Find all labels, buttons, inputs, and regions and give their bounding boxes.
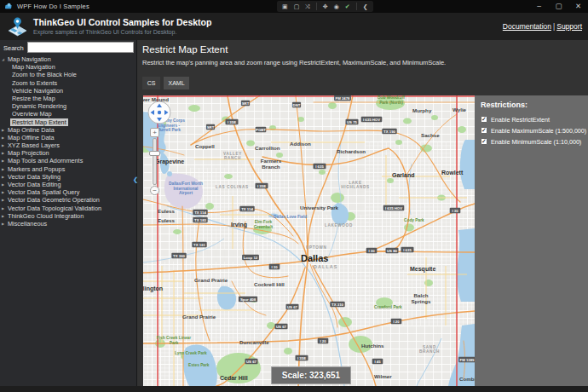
tab-cs[interactable]: CS [142,77,160,89]
sidebar-item[interactable]: ◢Map Navigation [0,55,136,63]
zoom-in-button[interactable]: + [150,128,159,137]
checkbox-checked[interactable]: ✓ [481,127,487,134]
chevron-expanded-icon[interactable]: ◢ [2,55,4,63]
chevron-right-icon[interactable]: ▶ [2,188,4,196]
sidebar-item[interactable]: Zoom to the Black Hole [0,71,136,78]
svg-text:I 635: I 635 [403,248,412,252]
svg-text:US 67: US 67 [246,360,257,364]
chevron-right-icon[interactable]: ▶ [2,220,4,228]
minimize-button[interactable]: – [529,0,549,13]
road-shield: I 30 [450,208,461,213]
checkbox-checked[interactable]: ✓ [481,138,487,145]
maximize-button[interactable]: ▢ [549,0,568,13]
sidebar-item[interactable]: ▶Vector Data Editing [0,181,136,188]
pan-compass-control[interactable] [147,101,171,124]
chevron-right-icon[interactable]: ▶ [2,126,4,134]
road-shield: TX 310 [330,302,344,307]
svg-text:TX 310: TX 310 [331,303,343,307]
window-icon[interactable]: ▢ [294,1,300,12]
sidebar-item[interactable]: ▶Map Tools and Adornments [0,157,136,164]
sidebar-item[interactable]: Vehicle Navigation [0,87,136,95]
sidebar-item[interactable]: ▶Miscellaneous [0,220,136,228]
road-shield: I 20 [318,338,329,343]
chevron-right-icon[interactable]: ▶ [2,165,4,173]
map-label: Estes Park [188,363,210,367]
road-shield: I 635 [314,164,326,169]
sidebar-item[interactable]: Overview Map [0,110,136,118]
screen-icon[interactable]: ▣ [282,1,288,12]
sidebar-item[interactable]: ▶Vector Data Geometric Operation [0,196,136,204]
map-label: Mesquite [410,266,435,273]
road-shield: I 35E [296,355,308,360]
chevron-right-icon[interactable]: ▶ [2,196,4,204]
close-button[interactable]: ✕ [568,0,588,13]
sidebar-item[interactable]: ▶Map Offline Data [0,134,136,141]
sidebar-item-label: Resize the Map [10,95,57,102]
zoom-out-button[interactable]: − [150,186,159,195]
sidebar-item[interactable]: Dynamic Rendering [0,102,136,110]
header-links: Documentation|Support [503,22,582,31]
sidebar-item[interactable]: Zoom to Extents [0,79,136,87]
sidebar-collapse-chevron[interactable]: ❮ [133,176,138,183]
road-shield: FM 2478 [334,95,351,101]
map-label: Lynn Creek Park [175,351,207,355]
checkbox-checked[interactable]: ✓ [481,116,487,123]
sidebar-item-label: Map Projection [6,149,51,157]
map-label: Cody Park [404,218,424,222]
svg-text:I 635 HOV: I 635 HOV [385,206,402,210]
road-shield: I 20 [391,319,402,324]
sidebar-item[interactable]: Resize the Map [0,95,136,102]
svg-text:Loop 12: Loop 12 [244,256,258,260]
sidebar-item[interactable]: ▶Vector Data Topological Validation [0,205,136,212]
road-shield: Loop 12 [242,255,259,260]
sidebar-item[interactable]: Restrict Map Extent [0,118,136,126]
titlebar: WPF How Do I Samples ▣ ▢ ⤨ ✥ ◉ ✔ ❮ – ▢ ✕ [0,0,588,13]
map-label: Elm ForkGreenbelt [254,220,274,229]
svg-text:TX 360: TX 360 [173,254,185,258]
documentation-link[interactable]: Documentation [503,22,551,31]
sidebar-item-label: Overview Map [10,110,54,118]
sidebar-item[interactable]: ▶Vector Data Spatial Query [0,188,136,196]
main-content: Restrict Map Extent Restrict the map's p… [138,40,588,386]
sidebar-item[interactable]: ▶ThinkGeo Cloud Integration [0,212,136,220]
sidebar-item[interactable]: Map Navigation [0,63,136,71]
record-icon[interactable]: ◉ [334,1,339,12]
check-icon[interactable]: ✔ [345,1,350,12]
road-shield: US 67 [275,324,288,329]
sidebar-item[interactable]: ▶Map Projection [0,149,136,157]
separator [316,3,317,10]
restrictions-panel: Restrictions: ✓Enable RestrictExtent✓Ena… [475,95,588,386]
road-shield: I 45 [372,359,383,364]
arrows-icon[interactable]: ⤨ [305,1,310,12]
zoom-thumb[interactable] [149,151,160,156]
svg-text:FM 2478: FM 2478 [336,96,351,101]
road-shield: I 635 [401,247,414,252]
support-link[interactable]: Support [556,22,582,31]
chevron-left-icon[interactable]: ❮ [363,1,368,12]
sidebar-item-label: Miscellaneous [6,220,49,228]
road-shield: TX 183 [193,217,207,222]
svg-text:SRT: SRT [242,101,250,106]
svg-text:FM 1389: FM 1389 [460,358,475,362]
search-input[interactable] [27,42,134,53]
sidebar-item[interactable]: ▶Map Online Data [0,126,136,134]
zoom-track[interactable] [153,138,157,185]
sidebar-item-label: Zoom to the Black Hole [10,71,78,78]
svg-text:TX 114: TX 114 [241,207,253,211]
chevron-right-icon[interactable]: ▶ [2,157,4,164]
chevron-right-icon[interactable]: ▶ [2,212,4,220]
sidebar-item[interactable]: ▶XYZ Based Layers [0,141,136,149]
tab-xaml[interactable]: XAML [164,77,189,89]
chevron-right-icon[interactable]: ▶ [2,141,4,149]
sidebar: Search ◢Map NavigationMap NavigationZoom… [0,40,137,386]
chevron-right-icon[interactable]: ▶ [2,205,4,212]
chevron-right-icon[interactable]: ▶ [2,181,4,188]
sidebar-item[interactable]: ▶Markers and Popups [0,165,136,173]
chevron-right-icon[interactable]: ▶ [2,134,4,141]
chevron-right-icon[interactable]: ▶ [2,173,4,181]
chevron-right-icon[interactable]: ▶ [2,149,4,157]
pin-icon[interactable]: ✥ [323,1,328,12]
map-label: LAKEWOOD [325,223,353,228]
sidebar-item[interactable]: ▶Vector Data Styling [0,173,136,181]
map[interactable]: Flower MoundGrapevineCoppellCarrolltonAd… [143,95,475,386]
